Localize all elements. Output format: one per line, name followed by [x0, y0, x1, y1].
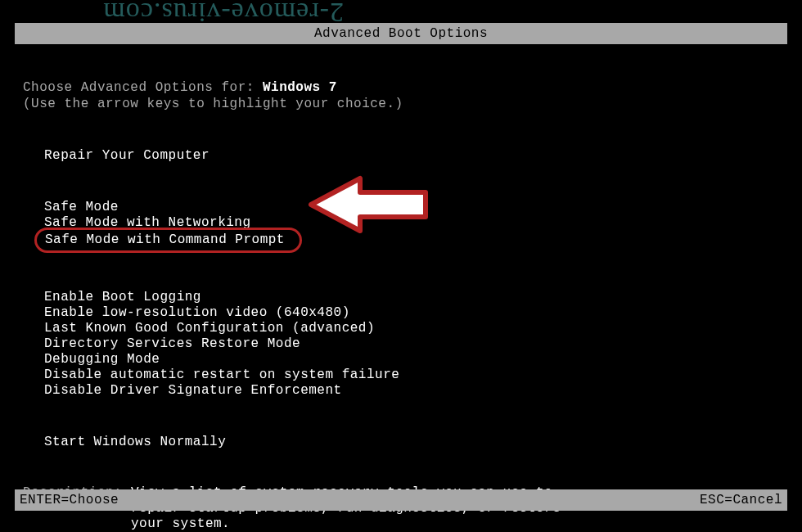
watermark-text: 2-remove-virus.com [102, 0, 344, 28]
choose-label: Choose Advanced Options for: [23, 80, 263, 95]
option-group: Safe ModeSafe Mode with NetworkingSafe M… [23, 199, 779, 253]
boot-option[interactable]: Disable Driver Signature Enforcement [41, 382, 345, 399]
option-group: Repair Your Computer [23, 147, 779, 163]
choose-line: Choose Advanced Options for: Windows 7 [23, 80, 779, 95]
boot-option[interactable]: Disable automatic restart on system fail… [41, 367, 403, 384]
boot-option[interactable]: Debugging Mode [41, 351, 163, 368]
boot-option[interactable]: Directory Services Restore Mode [41, 336, 304, 353]
footer-esc: ESC=Cancel [700, 493, 782, 507]
footer-enter: ENTER=Choose [20, 493, 119, 507]
boot-option[interactable]: Repair Your Computer [41, 147, 213, 165]
boot-option[interactable]: Start Windows Normally [41, 434, 229, 451]
content-area: Choose Advanced Options for: Windows 7 (… [0, 44, 802, 532]
boot-option[interactable]: Safe Mode [41, 199, 122, 216]
hint-line: (Use the arrow keys to highlight your ch… [23, 97, 779, 111]
boot-option[interactable]: Enable Boot Logging [41, 289, 205, 306]
highlighted-option[interactable]: Safe Mode with Command Prompt [34, 228, 302, 253]
boot-option[interactable]: Enable low-resolution video (640x480) [41, 304, 354, 322]
option-group: Start Windows Normally [23, 434, 779, 449]
footer-bar: ENTER=Choose ESC=Cancel [15, 489, 787, 511]
boot-option[interactable]: Last Known Good Configuration (advanced) [41, 320, 378, 337]
boot-option[interactable]: Safe Mode with Command Prompt [42, 232, 288, 249]
os-name: Windows 7 [263, 80, 337, 95]
option-group: Enable Boot LoggingEnable low-resolution… [23, 289, 779, 398]
